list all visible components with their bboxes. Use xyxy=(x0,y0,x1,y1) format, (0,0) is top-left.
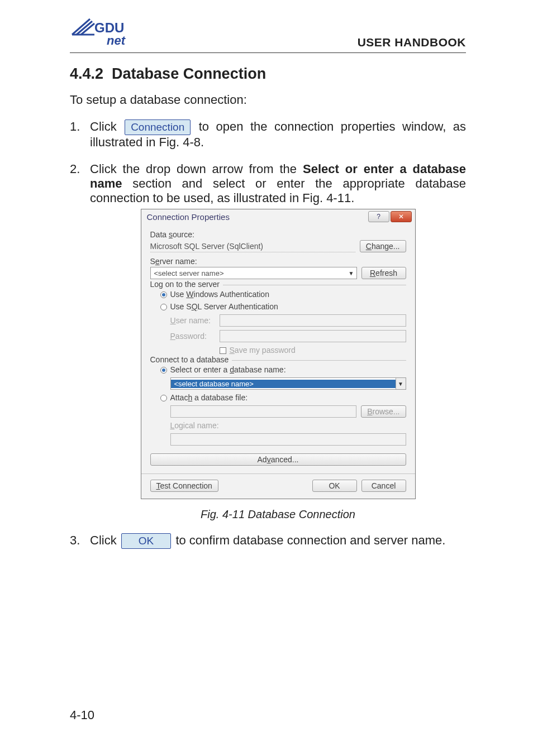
step-2-text-a: Click the drop down arrow from the xyxy=(90,162,303,176)
section-title: Database Connection xyxy=(112,65,266,82)
close-button[interactable]: ✕ xyxy=(391,211,412,222)
figure-4-11: Connection Properties ? ✕ Data source: M… xyxy=(90,209,466,521)
browse-button: Browse... xyxy=(361,405,406,418)
step-2-text-b: section and select or enter the appropri… xyxy=(90,176,466,205)
logo-text-top: GDU xyxy=(94,20,124,35)
section-heading: 4.4.2 Database Connection xyxy=(70,65,466,83)
connect-db-legend: Connect to a database xyxy=(150,355,232,364)
dialog-titlebar: Connection Properties ? ✕ xyxy=(141,209,415,226)
radio-sql-auth[interactable] xyxy=(160,304,167,310)
handbook-title: USER HANDBOOK xyxy=(358,36,466,50)
select-db-row[interactable]: Select or enter a database name: xyxy=(160,365,406,374)
logical-name-label: Logical name: xyxy=(170,421,406,430)
step-1-text-a: Click xyxy=(90,119,117,133)
advanced-button[interactable]: Advanced... xyxy=(150,453,406,466)
dialog-title: Connection Properties xyxy=(147,212,230,222)
data-source-label: Data source: xyxy=(150,230,406,239)
chevron-down-icon: ▼ xyxy=(396,378,406,389)
server-name-combo[interactable]: <select server name> ▼ xyxy=(150,267,357,279)
logical-name-input xyxy=(170,433,406,446)
logon-legend: Log on to the server xyxy=(150,280,223,289)
step-1: Click Connection to open the connection … xyxy=(70,119,466,150)
dialog-body: Data source: Microsoft SQL Server (SqlCl… xyxy=(141,226,415,499)
radio-select-db[interactable] xyxy=(160,367,167,374)
step-2: Click the drop down arrow from the Selec… xyxy=(70,162,466,521)
gdu-logo: GDU net xyxy=(70,17,131,50)
step-3-text-b: to confirm database connection and serve… xyxy=(175,533,445,547)
window-buttons: ? ✕ xyxy=(368,211,412,222)
data-source-value: Microsoft SQL Server (SqlClient) xyxy=(150,241,355,252)
change-button[interactable]: Change... xyxy=(360,240,406,252)
server-name-label: Server name: xyxy=(150,257,406,266)
radio-windows-auth[interactable] xyxy=(160,291,167,298)
step-3: Click OK to confirm database connection … xyxy=(70,533,466,549)
steps-list: Click Connection to open the connection … xyxy=(70,119,466,549)
username-label: User name: xyxy=(170,316,215,325)
auth-sql-row[interactable]: Use SQL Server Authentication xyxy=(160,302,406,311)
connection-properties-dialog: Connection Properties ? ✕ Data source: M… xyxy=(141,209,416,499)
chevron-down-icon: ▼ xyxy=(346,267,356,279)
password-label: Password: xyxy=(170,332,215,341)
help-button[interactable]: ? xyxy=(368,211,389,222)
logo-text-bottom: net xyxy=(107,34,126,47)
intro-text: To setup a database connection: xyxy=(70,93,466,107)
figure-caption: Fig. 4-11 Database Connection xyxy=(90,508,466,521)
server-name-value: <select server name> xyxy=(151,269,346,277)
connect-db-section: Connect to a database Select or enter a … xyxy=(150,360,406,446)
page-number: 4-10 xyxy=(70,708,94,722)
section-number: 4.4.2 xyxy=(70,65,103,82)
dialog-footer: Test Connection OK Cancel xyxy=(150,480,406,492)
attach-db-row[interactable]: Attach a database file: xyxy=(160,393,406,402)
refresh-button[interactable]: Refresh xyxy=(361,267,406,279)
ok-button[interactable]: OK xyxy=(312,480,357,492)
auth-windows-row[interactable]: Use Windows Authentication xyxy=(160,290,406,299)
attach-file-input xyxy=(170,405,357,418)
ok-inline-button[interactable]: OK xyxy=(121,533,171,549)
svg-line-0 xyxy=(72,19,90,35)
logon-section: Log on to the server Use Windows Authent… xyxy=(150,285,406,355)
step-3-text-a: Click xyxy=(90,533,117,547)
save-password-row: Save my password xyxy=(170,346,406,355)
save-password-checkbox xyxy=(220,347,226,354)
database-name-value: <select database name> xyxy=(171,380,396,388)
radio-attach-db[interactable] xyxy=(160,395,167,401)
connection-button[interactable]: Connection xyxy=(125,119,191,135)
password-input xyxy=(220,330,406,342)
test-connection-button[interactable]: Test Connection xyxy=(150,480,218,492)
cancel-button[interactable]: Cancel xyxy=(361,480,406,492)
username-input xyxy=(220,314,406,327)
database-name-combo[interactable]: <select database name> ▼ xyxy=(170,377,406,390)
page-header: GDU net USER HANDBOOK xyxy=(70,17,466,53)
